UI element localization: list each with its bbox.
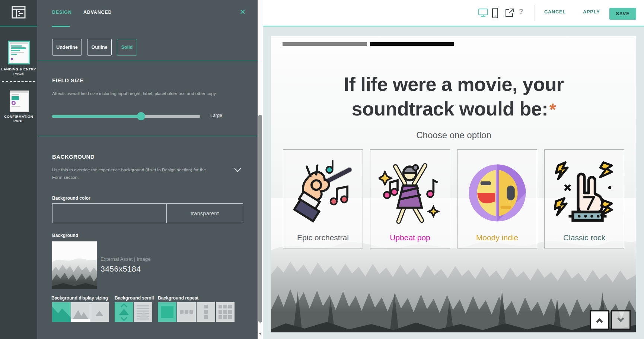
tab-design[interactable]: DESIGN [52, 10, 72, 15]
cancel-button[interactable]: CANCEL [544, 9, 566, 15]
question-text: If life were a movie, your soundtrack wo… [344, 73, 564, 120]
open-external-icon[interactable] [505, 8, 514, 19]
background-image-label: Background [52, 233, 78, 238]
chevron-up-icon [596, 318, 603, 325]
scrollbar-down-arrow-icon[interactable] [259, 333, 262, 335]
field-size-slider-thumb[interactable] [137, 112, 145, 120]
preview-area: ? CANCEL APPLY SAVE [263, 0, 644, 339]
field-size-description: Affects overall field size including inp… [52, 90, 220, 97]
section-divider [37, 61, 258, 61]
option-classic-rock[interactable]: Classic rock [544, 149, 624, 248]
form-pages-icon [11, 6, 26, 20]
pages-sidebar: LANDING & ENTRY PAGE CONFIRMATION PAGE [0, 0, 37, 339]
option-label: Epic orchestral [297, 233, 349, 242]
background-color-swatch[interactable] [52, 203, 167, 223]
chevron-down-icon [617, 315, 624, 322]
save-button[interactable]: SAVE [609, 8, 636, 20]
sidebar-divider [2, 81, 35, 82]
scroll-up-button[interactable] [590, 310, 609, 330]
app-window: LANDING & ENTRY PAGE CONFIRMATION PAGE D… [0, 0, 644, 339]
form-pages-menu[interactable] [0, 0, 37, 26]
background-image-thumbnail[interactable] [52, 241, 97, 289]
panel-scrollbar [258, 0, 263, 339]
background-display-sizing-group [52, 302, 109, 322]
bg-cover-icon[interactable] [52, 302, 71, 322]
field-size-value: Large [210, 113, 222, 118]
option-upbeat-pop[interactable]: Upbeat pop [370, 149, 450, 248]
field-style-solid-button[interactable]: Solid [117, 39, 137, 56]
conductor-hand-illustration [291, 150, 355, 233]
option-label: Classic rock [563, 233, 605, 242]
bg-actual-size-icon[interactable] [90, 302, 109, 322]
sidebar-item-label[interactable]: CONFIRMATION PAGE [0, 114, 37, 123]
dancing-woman-illustration [379, 150, 442, 233]
progress-segment-2 [370, 42, 454, 46]
background-color-label: Background color [52, 196, 90, 201]
option-moody-indie[interactable]: Moody indie [457, 149, 537, 248]
background-scroll-label: Background scroll [115, 295, 154, 301]
background-title: BACKGROUND [52, 153, 95, 160]
background-color-field: transparent [52, 203, 243, 223]
preview-toolbar: ? CANCEL APPLY SAVE [263, 0, 644, 26]
scroll-down-button[interactable] [611, 310, 631, 330]
option-label: Upbeat pop [390, 233, 430, 242]
close-icon[interactable]: ✕ [238, 7, 247, 16]
field-size-title: FIELD SIZE [52, 77, 84, 83]
tab-advanced[interactable]: ADVANCED [83, 10, 112, 15]
background-asset-type: External Asset | Image [101, 256, 151, 262]
chevron-down-icon[interactable] [234, 165, 241, 172]
sidebar-item-confirmation-page[interactable] [10, 91, 29, 112]
question-instruction: Choose one option [271, 130, 636, 140]
apply-button[interactable]: APPLY [583, 9, 600, 15]
background-color-value[interactable]: transparent [167, 203, 243, 223]
field-size-slider-fill [52, 115, 141, 118]
background-scroll-group [115, 302, 152, 322]
active-tab-underline [52, 26, 70, 27]
sidebar-item-landing-entry-page[interactable] [8, 41, 30, 64]
field-style-underline-button[interactable]: Underline [52, 39, 82, 56]
confirmation-page-thumbnail [10, 91, 28, 111]
form-preview-card: If life were a movie, your soundtrack wo… [271, 36, 636, 333]
sidebar-item-label[interactable]: LANDING & ENTRY PAGE [0, 67, 37, 76]
two-mood-face-illustration [466, 150, 529, 233]
background-description: Use this to override the experience back… [52, 166, 210, 181]
design-panel: DESIGN ADVANCED ✕ Underline Outline Soli… [37, 0, 258, 339]
options-row: Epic orchestral [283, 149, 624, 248]
background-repeat-label: Background repeat [158, 295, 198, 301]
bg-fixed-icon[interactable] [115, 302, 133, 322]
bg-repeat-icon[interactable] [216, 302, 235, 322]
mobile-preview-icon[interactable] [492, 7, 498, 20]
option-label: Moody indie [476, 233, 518, 242]
option-epic-orchestral[interactable]: Epic orchestral [283, 149, 363, 248]
progress-segment-1 [283, 42, 367, 46]
rock-hand-illustration [553, 150, 616, 233]
question-title: If life were a movie, your soundtrack wo… [320, 72, 588, 122]
toolbar-divider [535, 5, 535, 21]
help-icon[interactable]: ? [519, 7, 523, 16]
background-display-sizing-label: Background display sizing [51, 295, 108, 301]
background-repeat-group [158, 302, 235, 322]
field-size-slider[interactable] [52, 115, 200, 118]
background-asset-dimensions: 3456x5184 [101, 264, 141, 273]
bg-repeat-x-icon[interactable] [177, 302, 196, 322]
field-style-outline-button[interactable]: Outline [87, 39, 112, 56]
bg-scroll-icon[interactable] [134, 302, 152, 322]
landing-page-thumbnail [10, 42, 28, 63]
bg-repeat-y-icon[interactable] [197, 302, 215, 322]
required-marker: * [549, 100, 556, 119]
field-style-group: Underline Outline Solid [52, 39, 137, 56]
bg-no-repeat-icon[interactable] [158, 302, 176, 322]
desktop-preview-icon[interactable] [478, 8, 488, 19]
panel-scrollbar-thumb[interactable] [258, 115, 262, 323]
bg-contain-icon[interactable] [71, 302, 90, 322]
section-divider [37, 136, 258, 136]
